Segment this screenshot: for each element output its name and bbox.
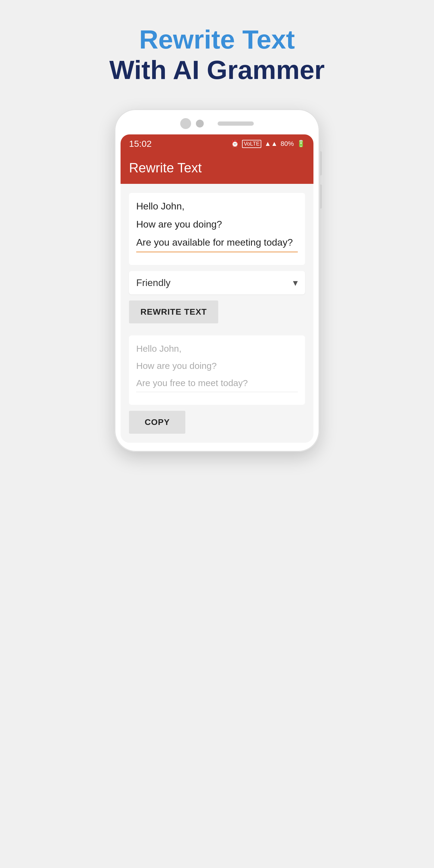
- side-button-bottom: [320, 184, 322, 209]
- input-line3[interactable]: Are you available for meeting today?: [136, 236, 298, 253]
- status-icons: ⏰ VoLTE ▲▲ 80% 🔋: [231, 140, 305, 148]
- battery-text: 80%: [281, 140, 294, 148]
- input-line1: Hello John,: [136, 200, 298, 213]
- volte-icon: VoLTE: [242, 140, 261, 148]
- header-title-line1: Rewrite Text: [110, 24, 325, 55]
- header-title-line2: With AI Grammer: [110, 55, 325, 85]
- output-line1: Hello John,: [136, 343, 298, 354]
- app-bar: Rewrite Text: [121, 153, 313, 184]
- chevron-down-icon: ▾: [293, 277, 298, 288]
- status-time: 15:02: [129, 138, 152, 149]
- phone-top-bar: [121, 118, 313, 129]
- input-line2: How are you doing?: [136, 218, 298, 231]
- phone-mockup: 15:02 ⏰ VoLTE ▲▲ 80% 🔋 Rewrite Text Hell…: [115, 109, 319, 452]
- copy-button[interactable]: COPY: [129, 411, 185, 434]
- input-section: Hello John, How are you doing? Are you a…: [129, 193, 305, 265]
- signal-icon: ▲▲: [264, 140, 278, 148]
- speaker-bar: [218, 121, 254, 126]
- rewrite-text-button[interactable]: REWRITE TEXT: [129, 301, 218, 323]
- camera-dot: [196, 120, 204, 127]
- phone-screen: 15:02 ⏰ VoLTE ▲▲ 80% 🔋 Rewrite Text Hell…: [121, 134, 313, 443]
- app-title: Rewrite Text: [129, 160, 305, 176]
- side-button-top: [320, 151, 322, 176]
- camera-circle: [180, 118, 191, 129]
- output-line2: How are you doing?: [136, 360, 298, 372]
- alarm-icon: ⏰: [231, 140, 239, 148]
- status-bar: 15:02 ⏰ VoLTE ▲▲ 80% 🔋: [121, 134, 313, 153]
- output-line3: Are you free to meet today?: [136, 377, 298, 392]
- dropdown-selected-value: Friendly: [136, 277, 170, 288]
- battery-icon: 🔋: [297, 140, 305, 148]
- output-section: Hello John, How are you doing? Are you f…: [129, 336, 305, 405]
- app-content: Hello John, How are you doing? Are you a…: [121, 184, 313, 443]
- page-header: Rewrite Text With AI Grammer: [110, 24, 325, 85]
- tone-dropdown[interactable]: Friendly ▾: [129, 271, 305, 294]
